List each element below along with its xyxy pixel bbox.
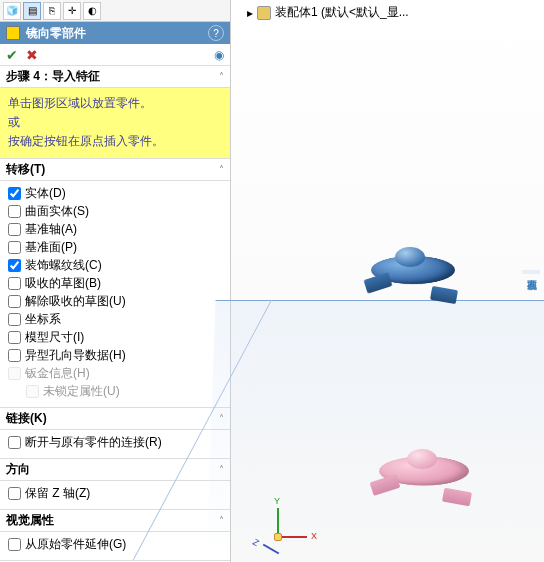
cb-label: 未锁定属性(U)	[43, 383, 120, 400]
mirror-part-icon	[6, 26, 20, 40]
part-hub	[395, 247, 425, 267]
mirrored-part[interactable]	[379, 440, 479, 530]
tab-appearance-icon[interactable]: ◐	[83, 2, 101, 20]
cancel-button[interactable]: ✖	[26, 47, 38, 63]
cb-label: 断开与原有零件的连接(R)	[25, 434, 162, 451]
pushpin-button[interactable]: ◉	[214, 48, 224, 62]
viewport[interactable]: 右视基准面	[231, 0, 544, 562]
cb-label: 吸收的草图(B)	[25, 275, 101, 292]
cb-label: 从原始零件延伸(G)	[25, 536, 126, 553]
part-hub	[407, 449, 437, 469]
instruction-line: 单击图形区域以放置零件。	[8, 94, 222, 113]
cb-label: 解除吸收的草图(U)	[25, 293, 126, 310]
triad-origin-icon	[274, 533, 282, 541]
tab-feature-tree-icon[interactable]: 🧊	[3, 2, 21, 20]
cb-label: 模型尺寸(I)	[25, 329, 84, 346]
instruction-line: 或	[8, 113, 222, 132]
tab-property-manager-icon[interactable]: ▤	[23, 2, 41, 20]
cb-csys[interactable]	[8, 313, 21, 326]
source-part[interactable]	[371, 240, 461, 330]
step4-title: 步骤 4：导入特征	[6, 68, 219, 85]
transfer-header[interactable]: 转移(T) ˄	[0, 159, 230, 181]
panel-title-bar: 镜向零部件 ?	[0, 22, 230, 44]
ok-button[interactable]: ✔	[6, 47, 18, 63]
confirm-bar: ✔ ✖ ◉	[0, 44, 230, 66]
chevron-up-icon: ˄	[219, 71, 224, 82]
instruction-line: 按确定按钮在原点插入零件。	[8, 132, 222, 151]
panel-tab-bar: 🧊 ▤ ⎘ ✛ ◐	[0, 0, 230, 22]
cb-keep-z[interactable]	[8, 487, 21, 500]
cb-label: 实体(D)	[25, 185, 66, 202]
cb-solid[interactable]	[8, 187, 21, 200]
cb-extend-original[interactable]	[8, 538, 21, 551]
chevron-up-icon: ˄	[219, 164, 224, 175]
panel-title: 镜向零部件	[26, 25, 202, 42]
transfer-title: 转移(T)	[6, 161, 219, 178]
plane-label[interactable]: 右视基准面	[522, 270, 540, 274]
cb-label: 坐标系	[25, 311, 61, 328]
graphics-area[interactable]: ▸ 装配体1 (默认<默认_显... 右视基准面	[231, 0, 544, 562]
tab-configuration-icon[interactable]: ⎘	[43, 2, 61, 20]
chain-header[interactable]: 链接(K) ˄	[0, 408, 230, 430]
cb-label: 曲面实体(S)	[25, 203, 89, 220]
view-triad[interactable]	[257, 500, 307, 550]
instruction-box: 单击图形区域以放置零件。 或 按确定按钮在原点插入零件。	[0, 88, 230, 159]
cb-label: 装饰螺纹线(C)	[25, 257, 102, 274]
cb-label: 保留 Z 轴(Z)	[25, 485, 90, 502]
part-fin	[430, 286, 458, 304]
cb-sheetmetal	[8, 367, 21, 380]
cb-break-link[interactable]	[8, 436, 21, 449]
cb-thread[interactable]	[8, 259, 21, 272]
step4-header[interactable]: 步骤 4：导入特征 ˄	[0, 66, 230, 88]
cb-axis[interactable]	[8, 223, 21, 236]
cb-label: 基准面(P)	[25, 239, 77, 256]
transfer-body: 实体(D) 曲面实体(S) 基准轴(A) 基准面(P) 装饰螺纹线(C) 吸收的…	[0, 181, 230, 408]
part-fin	[442, 488, 472, 507]
cb-dims[interactable]	[8, 331, 21, 344]
cb-absorbed-sketch[interactable]	[8, 277, 21, 290]
cb-plane[interactable]	[8, 241, 21, 254]
cb-hole-wizard[interactable]	[8, 349, 21, 362]
cb-surface[interactable]	[8, 205, 21, 218]
cb-label: 基准轴(A)	[25, 221, 77, 238]
cb-unabsorbed-sketch[interactable]	[8, 295, 21, 308]
part-fin	[363, 272, 392, 293]
chain-title: 链接(K)	[6, 410, 219, 427]
cb-unlocked-props	[26, 385, 39, 398]
cb-label: 异型孔向导数据(H)	[25, 347, 126, 364]
help-button[interactable]: ?	[208, 25, 224, 41]
tab-dimxpert-icon[interactable]: ✛	[63, 2, 81, 20]
cb-label: 钣金信息(H)	[25, 365, 90, 382]
